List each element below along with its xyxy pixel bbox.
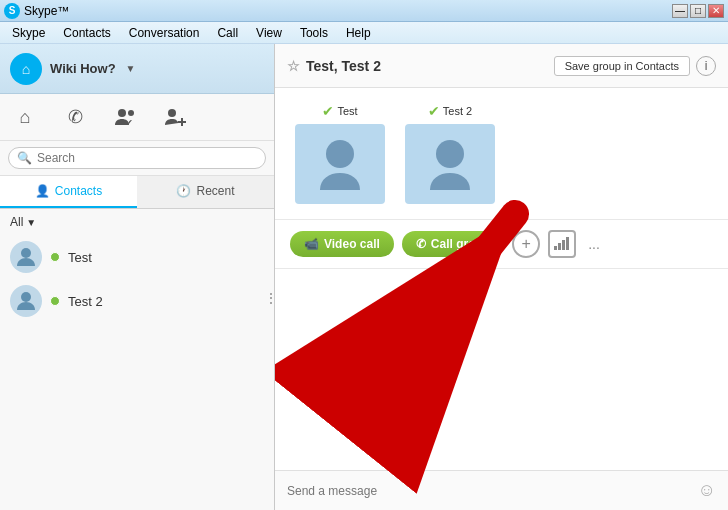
menu-conversation[interactable]: Conversation xyxy=(121,24,208,42)
menu-contacts[interactable]: Contacts xyxy=(55,24,118,42)
avatar-test2 xyxy=(405,124,495,204)
message-input-area: ☺ xyxy=(275,470,728,510)
all-label: All ▼ xyxy=(0,209,274,235)
contact-avatar-test xyxy=(10,241,42,273)
svg-point-7 xyxy=(326,140,354,168)
user-name: Wiki How? xyxy=(50,61,116,76)
menu-skype[interactable]: Skype xyxy=(4,24,53,42)
avatar-label-test: ✔ Test xyxy=(322,103,357,119)
svg-rect-11 xyxy=(562,240,565,250)
contact-avatar-test2 xyxy=(10,285,42,317)
menu-view[interactable]: View xyxy=(248,24,290,42)
user-header: ⌂ Wiki How? ▼ xyxy=(0,44,274,94)
user-dropdown-arrow[interactable]: ▼ xyxy=(126,63,136,74)
avatars-area: ✔ Test ✔ Test 2 xyxy=(275,88,728,220)
online-indicator xyxy=(50,296,60,306)
minimize-button[interactable]: — xyxy=(672,4,688,18)
info-button[interactable]: i xyxy=(696,56,716,76)
list-item[interactable]: Test xyxy=(0,235,274,279)
online-indicator xyxy=(50,252,60,262)
message-input[interactable] xyxy=(287,484,690,498)
search-input-wrap: 🔍 xyxy=(8,147,266,169)
call-buttons: 📹 Video call ✆ Call group + xyxy=(275,220,728,269)
contacts-tab-label: Contacts xyxy=(55,184,102,198)
right-panel: ☆ Test, Test 2 Save group in Contacts i … xyxy=(275,44,728,510)
app-title: Skype™ xyxy=(24,4,69,18)
list-item[interactable]: Test 2 xyxy=(0,279,274,323)
maximize-button[interactable]: □ xyxy=(690,4,706,18)
svg-rect-12 xyxy=(566,237,569,250)
search-icon: 🔍 xyxy=(17,151,32,165)
conversation-title: Test, Test 2 xyxy=(306,58,381,74)
avatar-card-test: ✔ Test xyxy=(295,103,385,204)
video-call-button[interactable]: 📹 Video call xyxy=(290,231,394,257)
phone-icon[interactable]: ✆ xyxy=(60,102,90,132)
right-header: ☆ Test, Test 2 Save group in Contacts i xyxy=(275,44,728,88)
avatar-card-test2: ✔ Test 2 xyxy=(405,103,495,204)
signal-icon xyxy=(554,236,570,253)
menu-help[interactable]: Help xyxy=(338,24,379,42)
contact-list: Test Test 2 xyxy=(0,235,274,510)
all-dropdown-arrow[interactable]: ▼ xyxy=(26,217,36,228)
panel-options[interactable]: ⋮ xyxy=(264,290,278,306)
chat-area[interactable] xyxy=(275,269,728,470)
svg-point-2 xyxy=(168,109,176,117)
tab-contacts[interactable]: 👤 Contacts xyxy=(0,176,137,208)
avatar-test xyxy=(295,124,385,204)
emoji-button[interactable]: ☺ xyxy=(698,480,716,501)
search-input[interactable] xyxy=(37,151,257,165)
search-bar: 🔍 xyxy=(0,141,274,176)
video-icon: 📹 xyxy=(304,237,319,251)
recent-tab-icon: 🕐 xyxy=(176,184,191,198)
window-controls: — □ ✕ xyxy=(672,4,724,18)
menu-call[interactable]: Call xyxy=(209,24,246,42)
quick-actions: ⌂ ✆ xyxy=(0,94,274,141)
svg-rect-10 xyxy=(558,243,561,250)
menu-tools[interactable]: Tools xyxy=(292,24,336,42)
title-bar: S Skype™ — □ ✕ xyxy=(0,0,728,22)
close-button[interactable]: ✕ xyxy=(708,4,724,18)
avatar-label-test2: ✔ Test 2 xyxy=(428,103,472,119)
svg-point-5 xyxy=(21,248,31,258)
svg-point-8 xyxy=(436,140,464,168)
add-contact-icon[interactable] xyxy=(160,102,190,132)
add-button[interactable]: + xyxy=(512,230,540,258)
star-icon[interactable]: ☆ xyxy=(287,58,300,74)
svg-point-6 xyxy=(21,292,31,302)
contacts-icon[interactable] xyxy=(110,102,140,132)
app-body: ⌂ Wiki How? ▼ ⌂ ✆ xyxy=(0,44,728,510)
svg-rect-9 xyxy=(554,246,557,250)
contact-name: Test xyxy=(68,250,92,265)
menu-bar: Skype Contacts Conversation Call View To… xyxy=(0,22,728,44)
right-title: ☆ Test, Test 2 xyxy=(287,58,381,74)
left-panel: ⌂ Wiki How? ▼ ⌂ ✆ xyxy=(0,44,275,510)
recent-tab-label: Recent xyxy=(196,184,234,198)
contacts-tab-icon: 👤 xyxy=(35,184,50,198)
tabs: 👤 Contacts 🕐 Recent xyxy=(0,176,274,209)
header-actions: Save group in Contacts i xyxy=(554,56,716,76)
home-icon[interactable]: ⌂ xyxy=(10,102,40,132)
app-icon: S xyxy=(4,3,20,19)
user-avatar: ⌂ xyxy=(10,53,42,85)
signal-button[interactable] xyxy=(548,230,576,258)
tab-recent[interactable]: 🕐 Recent xyxy=(137,176,274,208)
call-group-button[interactable]: ✆ Call group xyxy=(402,231,504,257)
more-button[interactable]: ... xyxy=(584,236,604,252)
contact-name: Test 2 xyxy=(68,294,103,309)
svg-point-0 xyxy=(118,109,126,117)
svg-point-1 xyxy=(128,110,134,116)
save-contacts-button[interactable]: Save group in Contacts xyxy=(554,56,690,76)
call-icon: ✆ xyxy=(416,237,426,251)
